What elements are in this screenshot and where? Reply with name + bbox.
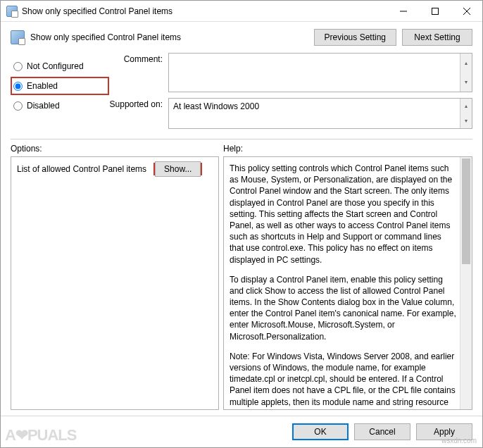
chevron-up-icon[interactable]: ▴ <box>460 99 472 113</box>
chevron-up-icon[interactable]: ▴ <box>460 54 472 73</box>
radio-not-configured-input[interactable] <box>13 62 23 71</box>
radio-enabled[interactable]: Enabled <box>11 77 109 95</box>
apply-button[interactable]: Apply <box>416 423 472 440</box>
radio-disabled-label: Disabled <box>27 101 60 111</box>
comment-field[interactable]: ▴▾ <box>168 53 472 92</box>
radio-not-configured[interactable]: Not Configured <box>11 57 109 75</box>
supported-value: At least Windows 2000 <box>173 101 259 111</box>
show-button-highlight: Show... <box>153 163 202 175</box>
radio-enabled-input[interactable] <box>13 82 23 91</box>
comment-label: Comment: <box>109 53 168 92</box>
options-label: Options: <box>11 144 223 154</box>
close-button[interactable] <box>451 1 482 21</box>
dialog-footer: OK Cancel Apply <box>1 416 482 447</box>
header-row: Show only specified Control Panel items … <box>1 22 482 50</box>
close-icon <box>463 8 470 15</box>
cancel-button[interactable]: Cancel <box>354 423 410 440</box>
comment-spin[interactable]: ▴▾ <box>460 54 472 92</box>
radio-enabled-label: Enabled <box>27 81 58 91</box>
supported-field: At least Windows 2000 ▴▾ <box>168 98 472 129</box>
help-scrollbar[interactable] <box>460 157 472 409</box>
svg-rect-1 <box>432 8 438 14</box>
maximize-icon <box>432 8 439 15</box>
chevron-down-icon[interactable]: ▾ <box>460 73 472 92</box>
options-row: List of allowed Control Panel items Show… <box>17 163 213 175</box>
titlebar: Show only specified Control Panel items <box>1 1 482 22</box>
window-title: Show only specified Control Panel items <box>22 6 387 16</box>
chevron-down-icon[interactable]: ▾ <box>460 113 472 128</box>
maximize-button[interactable] <box>419 1 451 21</box>
policy-icon <box>11 30 25 44</box>
state-radio-group: Not Configured Enabled Disabled <box>11 53 109 135</box>
control-panel-icon <box>6 6 18 17</box>
help-label: Help: <box>223 144 243 154</box>
policy-title: Show only specified Control Panel items <box>30 32 308 42</box>
minimize-icon <box>400 8 407 15</box>
help-paragraph: To display a Control Panel item, enable … <box>230 274 456 342</box>
ok-button[interactable]: OK <box>292 423 349 440</box>
minimize-button[interactable] <box>387 1 419 21</box>
help-paragraph: This policy setting controls which Contr… <box>230 163 456 266</box>
comment-row: Comment: ▴▾ <box>109 53 472 92</box>
supported-label: Supported on: <box>109 98 168 129</box>
help-paragraph: Note: For Windows Vista, Windows Server … <box>230 351 456 410</box>
section-labels: Options: Help: <box>1 144 482 156</box>
scrollbar-thumb[interactable] <box>462 158 470 264</box>
config-area: Not Configured Enabled Disabled Comment:… <box>1 50 482 135</box>
radio-not-configured-label: Not Configured <box>27 61 84 71</box>
supported-spin[interactable]: ▴▾ <box>460 99 472 128</box>
help-panel: This policy setting controls which Contr… <box>223 156 472 410</box>
options-panel: List of allowed Control Panel items Show… <box>11 156 219 410</box>
show-button[interactable]: Show... <box>155 161 201 177</box>
next-setting-button[interactable]: Next Setting <box>402 29 472 46</box>
group-policy-dialog: Show only specified Control Panel items … <box>0 0 483 448</box>
allowed-list-label: List of allowed Control Panel items <box>17 164 146 174</box>
previous-setting-button[interactable]: Previous Setting <box>314 29 396 46</box>
supported-row: Supported on: At least Windows 2000 ▴▾ <box>109 98 472 129</box>
radio-disabled-input[interactable] <box>13 101 23 111</box>
divider <box>11 139 472 139</box>
radio-disabled[interactable]: Disabled <box>11 97 109 115</box>
fields-column: Comment: ▴▾ Supported on: At least Windo… <box>109 53 472 135</box>
panels: List of allowed Control Panel items Show… <box>1 156 482 416</box>
